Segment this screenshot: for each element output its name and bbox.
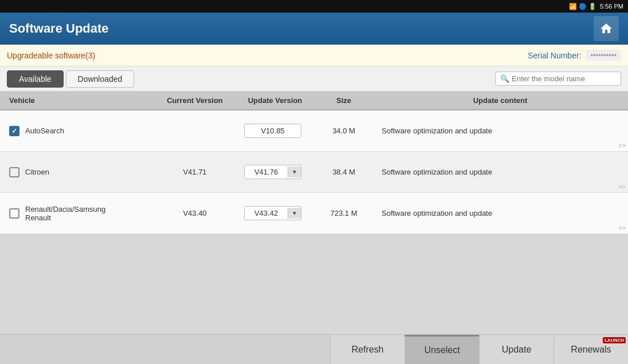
- search-icon: 🔍: [500, 74, 509, 83]
- refresh-button[interactable]: Refresh: [330, 335, 405, 364]
- cell-vehicle-1: Citroen: [0, 163, 155, 182]
- cell-vehicle-0: AutoSearch: [0, 121, 155, 141]
- search-input[interactable]: [512, 74, 615, 83]
- serial-label: Serial Number:: [528, 51, 581, 60]
- cell-update-1: V41.76 ▼: [235, 160, 315, 184]
- version-dropdown-2[interactable]: ▼: [288, 208, 301, 219]
- renewals-button[interactable]: Renewals LAUNCH: [554, 335, 628, 364]
- cell-size-1: 38.4 M: [315, 163, 372, 181]
- tab-bar: Available Downloaded 🔍: [0, 66, 628, 92]
- serial-area: Serial Number: ••••••••••: [528, 50, 621, 61]
- home-icon: [599, 22, 613, 35]
- checkbox-2[interactable]: [9, 208, 19, 219]
- vehicle-name-2: Renault/Dacia/SamsungRenault: [25, 205, 105, 222]
- header: Software Update: [0, 13, 628, 45]
- row-arrow-2: >>: [618, 224, 626, 231]
- unselect-button[interactable]: Unselect: [405, 335, 479, 364]
- vehicle-name-1: Citroen: [25, 168, 49, 176]
- tabs: Available Downloaded: [7, 70, 134, 88]
- launch-badge: LAUNCH: [603, 337, 626, 343]
- cell-update-0: V10.85: [235, 119, 315, 143]
- cell-current-2: V43.40: [155, 204, 235, 222]
- serial-value: ••••••••••: [586, 50, 621, 61]
- table-body: AutoSearch V10.85 34.0 M Software optimi…: [0, 110, 628, 234]
- col-update-version: Update Version: [235, 96, 315, 105]
- cell-content-1: Software optimization and update: [372, 163, 628, 181]
- cell-update-2: V43.42 ▼: [235, 201, 315, 225]
- row-arrow-1: >>: [618, 183, 626, 190]
- cell-current-0: [155, 126, 235, 136]
- upgradeable-count: Upgradeable software(3): [7, 51, 95, 60]
- status-icons: 📶 🔵 🔋: [569, 3, 596, 10]
- version-select-2[interactable]: V43.42 ▼: [244, 206, 301, 220]
- version-select-0[interactable]: V10.85: [244, 124, 301, 138]
- search-box[interactable]: 🔍: [495, 72, 621, 86]
- col-update-content: Update content: [372, 96, 628, 105]
- update-button[interactable]: Update: [479, 335, 554, 364]
- footer: Refresh Unselect Update Renewals LAUNCH: [0, 334, 628, 364]
- table-row: AutoSearch V10.85 34.0 M Software optimi…: [0, 110, 628, 152]
- subheader: Upgradeable software(3) Serial Number: •…: [0, 45, 628, 66]
- app-title: Software Update: [9, 21, 109, 36]
- table-row: Citroen V41.71 V41.76 ▼ 38.4 M Software …: [0, 152, 628, 193]
- status-time: 5:56 PM: [600, 3, 623, 10]
- table-row: Renault/Dacia/SamsungRenault V43.40 V43.…: [0, 193, 628, 234]
- checkbox-1[interactable]: [9, 167, 19, 177]
- status-bar: 📶 🔵 🔋 5:56 PM: [0, 0, 628, 13]
- tab-downloaded[interactable]: Downloaded: [66, 70, 135, 88]
- col-size: Size: [315, 96, 372, 105]
- table-header: Vehicle Current Version Update Version S…: [0, 92, 628, 110]
- tab-available[interactable]: Available: [7, 70, 64, 88]
- cell-current-1: V41.71: [155, 163, 235, 181]
- cell-size-0: 34.0 M: [315, 122, 372, 140]
- cell-content-2: Software optimization and update: [372, 204, 628, 222]
- col-vehicle: Vehicle: [0, 96, 155, 105]
- cell-vehicle-2: Renault/Dacia/SamsungRenault: [0, 200, 155, 227]
- version-select-1[interactable]: V41.76 ▼: [244, 165, 301, 179]
- checkbox-0[interactable]: [9, 126, 19, 136]
- version-dropdown-1[interactable]: ▼: [288, 167, 301, 177]
- cell-content-0: Software optimization and update: [372, 122, 628, 140]
- row-arrow-0: >>: [618, 142, 626, 149]
- col-current-version: Current Version: [155, 96, 235, 105]
- home-button[interactable]: [594, 16, 619, 41]
- vehicle-name-0: AutoSearch: [25, 126, 64, 135]
- cell-size-2: 723.1 M: [315, 204, 372, 222]
